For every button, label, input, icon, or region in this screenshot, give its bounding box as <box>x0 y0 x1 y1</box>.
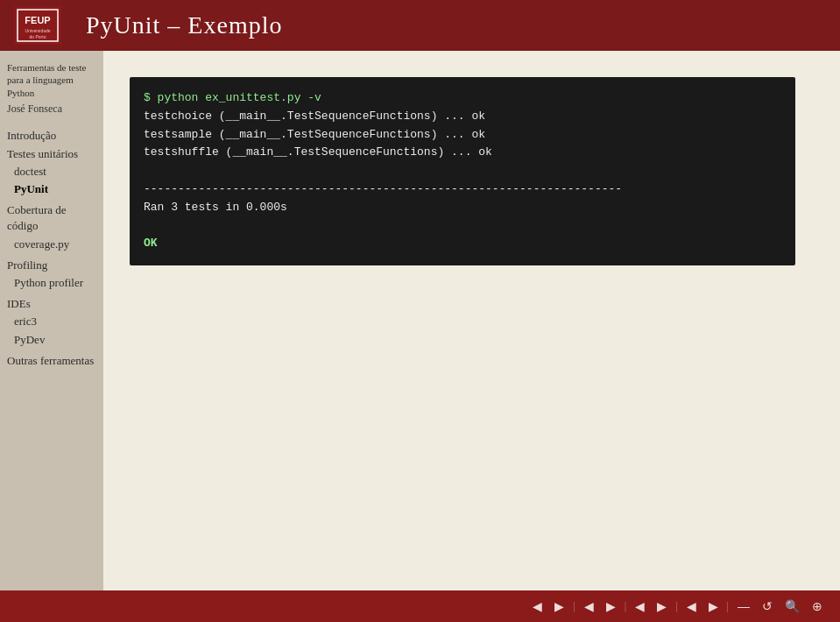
sidebar-presenter-text: Ferramentas de teste para a linguagem Py… <box>7 61 96 99</box>
sidebar-nav: Introdução Testes unitários doctest PyUn… <box>7 128 96 368</box>
sidebar-item-python-profiler[interactable]: Python profiler <box>7 275 96 291</box>
sidebar-item-introducao[interactable]: Introdução <box>7 128 96 144</box>
nav-sep-2: | <box>625 600 626 613</box>
nav-zoom[interactable]: ⊕ <box>808 597 826 615</box>
terminal-divider: ----------------------------------------… <box>144 182 622 195</box>
terminal-ran: Ran 3 tests in 0.000s <box>144 201 287 214</box>
nav-subsection-prev[interactable]: ◀ <box>632 597 648 615</box>
sidebar-item-pydev[interactable]: PyDev <box>7 332 96 348</box>
nav-search[interactable]: 🔍 <box>781 597 803 615</box>
main-area: Ferramentas de teste para a linguagem Py… <box>0 51 840 590</box>
header: FEUP Universidade do Porto PyUnit – Exem… <box>0 0 840 51</box>
nav-slide-next[interactable]: ▶ <box>705 597 722 615</box>
nav-return[interactable]: ↺ <box>759 597 776 615</box>
svg-text:FEUP: FEUP <box>25 15 50 25</box>
nav-section-next[interactable]: ▶ <box>603 597 619 615</box>
nav-prev-start[interactable]: ◀ <box>529 597 546 615</box>
terminal-line-3: testsample (__main__.TestSequenceFunctio… <box>144 128 485 141</box>
feup-logo: FEUP Universidade do Porto <box>14 6 61 45</box>
page-title: PyUnit – Exemplo <box>86 11 282 39</box>
sidebar-item-testes[interactable]: Testes unitários <box>7 146 96 162</box>
terminal-line-4: testshuffle (__main__.TestSequenceFuncti… <box>144 145 492 159</box>
nav-menu[interactable]: — <box>734 597 753 615</box>
nav-section-prev[interactable]: ◀ <box>581 597 597 615</box>
sidebar-presenter: Ferramentas de teste para a linguagem Py… <box>7 61 96 116</box>
terminal-line-2: testchoice (__main__.TestSequenceFunctio… <box>144 110 485 123</box>
terminal-ok: OK <box>144 237 158 250</box>
sidebar: Ferramentas de teste para a linguagem Py… <box>0 51 103 590</box>
nav-sep-1: | <box>573 600 575 613</box>
sidebar-item-cobertura[interactable]: Cobertura de código <box>7 202 96 234</box>
svg-text:do Porto: do Porto <box>30 34 46 39</box>
sidebar-item-coverage[interactable]: coverage.py <box>7 237 96 252</box>
nav-slide-prev[interactable]: ◀ <box>683 597 700 615</box>
sidebar-item-profiling[interactable]: Profiling <box>7 258 96 273</box>
nav-subsection-next[interactable]: ▶ <box>653 597 670 615</box>
nav-sep-4: | <box>727 600 729 613</box>
terminal-block: $ python ex_unittest.py -v testchoice (_… <box>130 77 795 265</box>
bottom-bar: ◀ ▶ | ◀ ▶ | ◀ ▶ | ◀ ▶ | — ↺ 🔍 ⊕ <box>0 590 840 622</box>
svg-text:Universidade: Universidade <box>25 28 50 33</box>
nav-controls: ◀ ▶ | ◀ ▶ | ◀ ▶ | ◀ ▶ | — ↺ 🔍 ⊕ <box>529 597 826 615</box>
logo-area: FEUP Universidade do Porto <box>14 6 68 45</box>
sidebar-item-pyunit[interactable]: PyUnit <box>7 181 96 197</box>
sidebar-item-ides[interactable]: IDEs <box>7 296 96 312</box>
content-area: $ python ex_unittest.py -v testchoice (_… <box>103 51 840 590</box>
sidebar-item-eric3[interactable]: eric3 <box>7 314 96 329</box>
nav-prev[interactable]: ▶ <box>551 597 568 615</box>
sidebar-item-outras[interactable]: Outras ferramentas <box>7 353 96 369</box>
sidebar-item-doctest[interactable]: doctest <box>7 164 96 180</box>
sidebar-author: José Fonseca <box>7 102 96 117</box>
terminal-line-1: $ python ex_unittest.py -v <box>144 91 321 104</box>
nav-sep-3: | <box>675 600 677 613</box>
